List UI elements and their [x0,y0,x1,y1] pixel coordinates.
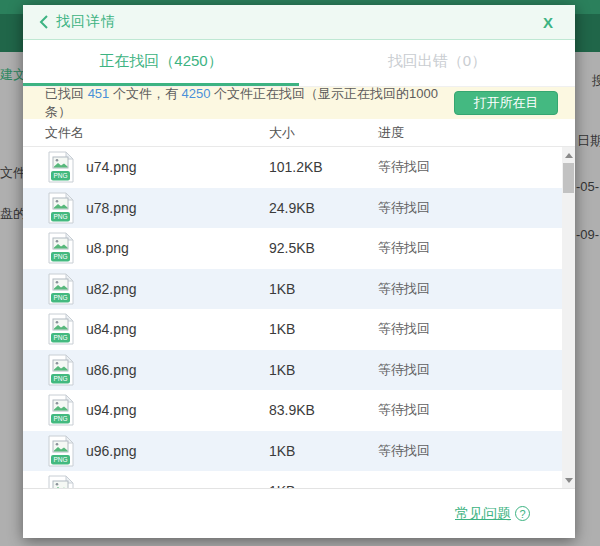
file-name: u8.png [86,240,129,256]
svg-text:PNG: PNG [53,213,67,220]
file-name: u74.png [86,159,137,175]
help-question-icon[interactable]: ? [515,506,530,521]
filename-cell: PNGu94.png [48,394,269,426]
png-file-icon: PNG [48,273,74,305]
png-file-icon: PNG [48,313,74,345]
file-size: 83.9KB [269,402,378,418]
tab-recovering[interactable]: 正在找回（4250） [23,40,299,86]
file-size: 101.2KB [269,159,378,175]
file-progress: 等待找回 [378,239,562,257]
file-progress: 等待找回 [378,442,562,460]
filename-cell: PNGu84.png [48,313,269,345]
summary-prefix: 已找回 [45,86,88,101]
recovery-summary-bar: 已找回 451 个文件，有 4250 个文件正在找回（显示正在找回的1000条）… [23,87,575,119]
file-size: 1KB [269,281,378,297]
tab-bar: 正在找回（4250） 找回出错（0） [23,40,575,87]
filename-cell: PNGu96.png [48,435,269,467]
table-row[interactable]: PNGu96.png1KB等待找回 [23,431,562,472]
scroll-up-icon[interactable] [562,149,575,162]
file-size: 1KB [269,483,378,488]
png-file-icon: PNG [48,151,74,183]
scrollbar-thumb[interactable] [563,163,574,193]
png-file-icon: PNG [48,394,74,426]
open-directory-button[interactable]: 打开所在目录 [454,91,558,115]
table-row[interactable]: PNG1KB [23,471,562,488]
table-row[interactable]: PNGu8.png92.5KB等待找回 [23,228,562,269]
svg-text:PNG: PNG [53,335,67,342]
file-size: 1KB [269,362,378,378]
file-progress: 等待找回 [378,280,562,298]
table-row[interactable]: PNGu84.png1KB等待找回 [23,309,562,350]
table-row[interactable]: PNGu82.png1KB等待找回 [23,269,562,310]
close-icon[interactable]: X [537,14,559,31]
summary-mid: 个文件，有 [109,86,181,101]
file-progress: 等待找回 [378,158,562,176]
filename-cell: PNGu74.png [48,151,269,183]
file-name: u78.png [86,200,137,216]
table-row[interactable]: PNGu78.png24.9KB等待找回 [23,188,562,229]
table-row[interactable]: PNGu86.png1KB等待找回 [23,350,562,391]
backdrop-text-fragment: 搜 [592,72,600,90]
backdrop-text-fragment: -05- [576,179,599,194]
filename-cell: PNGu78.png [48,192,269,224]
png-file-icon: PNG [48,435,74,467]
file-progress: 等待找回 [378,320,562,338]
table-header: 文件名 大小 进度 [23,119,575,147]
chevron-left-icon [39,15,48,29]
column-header-size: 大小 [269,124,378,142]
file-size: 1KB [269,321,378,337]
file-size: 1KB [269,443,378,459]
dialog-header: 找回详情 X [23,5,575,40]
column-header-filename: 文件名 [45,124,269,142]
file-name: u96.png [86,443,137,459]
svg-text:PNG: PNG [53,294,67,301]
file-progress: 等待找回 [378,199,562,217]
file-progress: 等待找回 [378,361,562,379]
scroll-down-icon[interactable] [562,473,575,486]
backdrop-text-fragment: 日期 [577,132,600,150]
filename-cell: PNGu86.png [48,354,269,386]
png-file-icon: PNG [48,354,74,386]
file-size: 92.5KB [269,240,378,256]
file-name: u94.png [86,402,137,418]
file-size: 24.9KB [269,200,378,216]
file-name: u82.png [86,281,137,297]
svg-text:PNG: PNG [53,456,67,463]
dialog-title: 找回详情 [56,13,116,31]
svg-text:PNG: PNG [53,254,67,261]
recovery-details-dialog: 找回详情 X 正在找回（4250） 找回出错（0） 已找回 451 个文件，有 … [23,5,575,538]
file-name: u84.png [86,321,137,337]
recovery-summary: 已找回 451 个文件，有 4250 个文件正在找回（显示正在找回的1000条） [45,85,454,121]
file-list: PNGu74.png101.2KB等待找回PNGu78.png24.9KB等待找… [23,147,562,488]
faq-link[interactable]: 常见问题 [455,505,511,523]
png-file-icon: PNG [48,232,74,264]
scrollbar[interactable] [562,147,575,488]
file-list-viewport: PNGu74.png101.2KB等待找回PNGu78.png24.9KB等待找… [23,147,575,488]
dialog-footer: 常见问题 ? [23,488,575,538]
file-progress: 等待找回 [378,401,562,419]
table-row[interactable]: PNGu74.png101.2KB等待找回 [23,147,562,188]
recovering-count: 4250 [182,86,211,101]
svg-text:PNG: PNG [53,375,67,382]
found-count: 451 [88,86,110,101]
tab-errors[interactable]: 找回出错（0） [299,40,575,86]
png-file-icon: PNG [48,192,74,224]
backdrop-text-fragment: -09- [576,227,599,242]
svg-text:PNG: PNG [53,416,67,423]
back-button[interactable] [39,15,48,29]
column-header-progress: 进度 [378,124,404,142]
filename-cell: PNGu82.png [48,273,269,305]
svg-text:PNG: PNG [53,173,67,180]
filename-cell: PNGu8.png [48,232,269,264]
table-row[interactable]: PNGu94.png83.9KB等待找回 [23,390,562,431]
png-file-icon: PNG [48,475,74,488]
file-name: u86.png [86,362,137,378]
filename-cell: PNG [48,475,269,488]
